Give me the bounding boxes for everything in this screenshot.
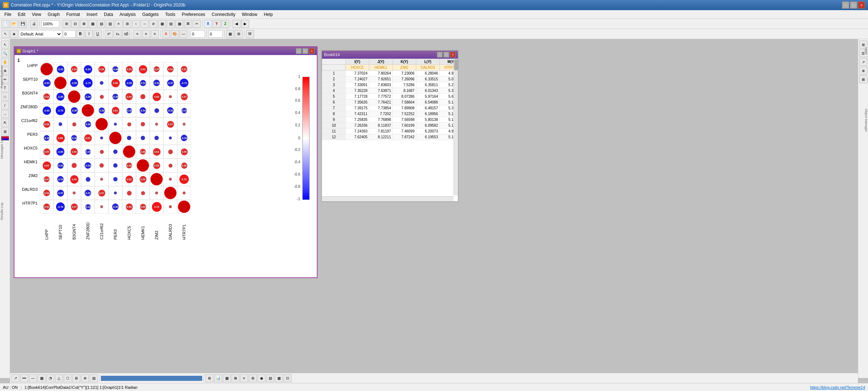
- menu-item-insert[interactable]: Insert: [84, 11, 100, 18]
- bt-bar[interactable]: ▦: [38, 374, 46, 382]
- corr-cell[interactable]: [109, 117, 122, 131]
- corr-cell[interactable]: [177, 117, 191, 131]
- table-cell[interactable]: 6.33515: [416, 76, 440, 82]
- table-cell[interactable]: 5.18146: [440, 100, 454, 105]
- table-cell[interactable]: 7.76421: [369, 100, 393, 105]
- corr-cell[interactable]: 0.49: [136, 200, 150, 214]
- col-main-header-1[interactable]: J(Y): [369, 59, 393, 65]
- corr-cell[interactable]: [95, 90, 109, 104]
- graph-maximize[interactable]: □: [302, 48, 308, 54]
- bt-dot[interactable]: •••: [20, 374, 28, 382]
- tb-btn-5[interactable]: ▤: [97, 20, 105, 28]
- tb-btn-9[interactable]: ↕: [132, 20, 140, 28]
- corr-cell[interactable]: [81, 172, 95, 186]
- corr-cell[interactable]: 0.52: [177, 62, 191, 76]
- corr-cell[interactable]: [136, 90, 150, 104]
- corr-cell[interactable]: -0.48: [109, 90, 122, 104]
- table-cell[interactable]: 7.52252: [393, 111, 416, 117]
- print-button[interactable]: 🖨: [30, 20, 38, 28]
- corr-cell[interactable]: -0.65: [122, 76, 136, 90]
- corr-cell[interactable]: [136, 117, 150, 131]
- table-cell[interactable]: 6.54086: [416, 100, 440, 105]
- bt-r6[interactable]: ⊞: [249, 374, 257, 382]
- corr-cell[interactable]: -0.65: [54, 145, 67, 159]
- corr-cell[interactable]: [177, 200, 191, 214]
- corr-cell[interactable]: [163, 90, 177, 104]
- corr-cell[interactable]: 0.59: [67, 145, 81, 159]
- corr-cell[interactable]: 0.55: [40, 145, 54, 159]
- line-color-btn[interactable]: —: [179, 30, 187, 38]
- font-select[interactable]: Default: Arial: [19, 30, 62, 38]
- corr-cell[interactable]: [163, 172, 177, 186]
- menu-item-file[interactable]: File: [1, 11, 14, 18]
- tb-btn-x[interactable]: X: [204, 20, 212, 28]
- corr-cell[interactable]: [150, 131, 163, 145]
- table-cell[interactable]: 6.20073: [416, 129, 440, 134]
- text-format-bold[interactable]: ◈: [10, 30, 18, 38]
- table-cell[interactable]: 5.18332: [440, 111, 454, 117]
- corr-cell[interactable]: 0.54: [163, 62, 177, 76]
- table-cell[interactable]: 7.92651: [369, 76, 393, 82]
- tb-btn-3[interactable]: ⊠: [80, 20, 88, 28]
- superscript-btn[interactable]: x²: [105, 30, 113, 38]
- corr-cell[interactable]: -0.70: [177, 76, 191, 90]
- underline-btn[interactable]: U: [94, 30, 102, 38]
- table-cell[interactable]: 8.07286: [393, 94, 416, 100]
- bt-r5[interactable]: ≡: [240, 374, 248, 382]
- table-cell[interactable]: 7.76898: [369, 117, 393, 123]
- corr-cell[interactable]: -0.48: [67, 131, 81, 145]
- corr-cell[interactable]: [122, 117, 136, 131]
- corr-cell[interactable]: -0.56: [81, 90, 95, 104]
- table-cell[interactable]: 7.17728: [346, 94, 369, 100]
- col-sub-header-1[interactable]: HEMK1: [369, 65, 393, 71]
- corr-cell[interactable]: -0.69: [40, 104, 54, 117]
- data-close[interactable]: ×: [450, 52, 456, 58]
- corr-cell[interactable]: 0.68: [109, 76, 122, 90]
- corr-cell[interactable]: -0.45: [122, 104, 136, 117]
- bt-3d[interactable]: ⬡: [64, 374, 72, 382]
- table-cell[interactable]: 7.80264: [369, 71, 393, 76]
- subscript-btn[interactable]: x₂: [114, 30, 122, 38]
- corr-cell[interactable]: -0.65: [67, 76, 81, 90]
- tb-btn-12[interactable]: ▦: [158, 20, 166, 28]
- corr-cell[interactable]: 0.76: [177, 172, 191, 186]
- scale-tool[interactable]: ⇱: [1, 119, 9, 127]
- corr-cell[interactable]: -0.44: [177, 104, 191, 117]
- corr-cell[interactable]: 0.57: [177, 90, 191, 104]
- col-sub-header-0[interactable]: HOXC5: [346, 65, 369, 71]
- col-sub-header-3[interactable]: DALRD3: [416, 65, 440, 71]
- corr-cell[interactable]: -0.70: [54, 200, 67, 214]
- menu-item-window[interactable]: Window: [239, 11, 260, 18]
- corr-cell[interactable]: [95, 159, 109, 172]
- table-cell[interactable]: 8.12211: [369, 134, 393, 140]
- corr-cell[interactable]: 0.68: [54, 131, 67, 145]
- bt-r8[interactable]: ▤: [266, 374, 274, 382]
- table-cell[interactable]: 7.25835: [346, 117, 369, 123]
- corr-cell[interactable]: 0.69: [40, 159, 54, 172]
- table-cell[interactable]: 5.14168: [440, 123, 454, 129]
- corr-cell[interactable]: -0.45: [81, 145, 95, 159]
- corr-cell[interactable]: -0.51: [136, 76, 150, 90]
- corr-cell[interactable]: 0.56: [95, 62, 109, 76]
- corr-cell[interactable]: [54, 76, 67, 90]
- corr-cell[interactable]: [136, 131, 150, 145]
- tb-btn-14[interactable]: ▦: [175, 20, 183, 28]
- corr-cell[interactable]: [150, 104, 163, 117]
- table-cell[interactable]: 5.19714: [440, 134, 454, 140]
- arrow-tool-side[interactable]: →: [1, 110, 9, 118]
- table-cell[interactable]: 5.30037: [440, 105, 454, 111]
- tb-btn-arr-l[interactable]: ◀: [233, 20, 241, 28]
- menu-item-view[interactable]: View: [29, 11, 44, 18]
- menu-item-graph[interactable]: Graph: [45, 11, 63, 18]
- corr-cell[interactable]: 0.68: [150, 90, 163, 104]
- corr-cell[interactable]: [163, 200, 177, 214]
- corr-cell[interactable]: -0.53: [54, 172, 67, 186]
- corr-cell[interactable]: 0.61: [109, 104, 122, 117]
- corr-cell[interactable]: 0.54: [40, 186, 54, 200]
- table-cell[interactable]: 7.63971: [369, 88, 393, 94]
- corr-cell[interactable]: [136, 159, 150, 172]
- corr-cell[interactable]: [95, 131, 109, 145]
- corr-cell[interactable]: -0.69: [81, 62, 95, 76]
- graph-window[interactable]: G Graph1 * − □ × 1 LHPPSEPT10B3GNT4ZNF28…: [14, 46, 318, 278]
- table-cell[interactable]: 7.56598: [393, 117, 416, 123]
